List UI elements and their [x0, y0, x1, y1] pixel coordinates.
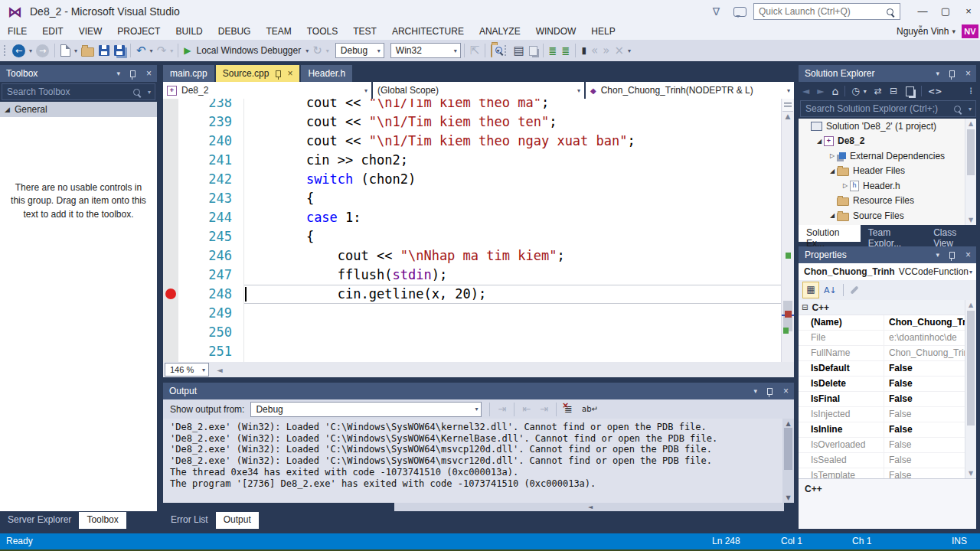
property-row[interactable]: IsFinalFalse	[799, 392, 976, 407]
menu-item-architecture[interactable]: ARCHITECTURE	[384, 24, 472, 39]
collapse-all-icon[interactable]: ⊟	[890, 86, 897, 96]
split-editor-handle[interactable]	[782, 99, 793, 112]
code-line[interactable]: 245 {	[163, 227, 782, 246]
tab-class-view[interactable]: Class View	[926, 225, 980, 242]
menu-item-analyze[interactable]: ANALYZE	[472, 24, 528, 39]
solution-configuration-select[interactable]: Debug ▾	[335, 43, 384, 58]
tree-expander-icon[interactable]: ▷	[841, 182, 850, 189]
navigate-forward-icon[interactable]: →	[36, 44, 49, 57]
breakpoint-dot[interactable]	[165, 289, 176, 299]
scroll-down-icon[interactable]: ▼	[782, 494, 794, 501]
tab-output[interactable]: Output	[216, 512, 259, 529]
clear-all-output-icon[interactable]: ≣	[564, 403, 573, 415]
breakpoint-margin-cell[interactable]	[163, 323, 178, 342]
code-line[interactable]: 251	[163, 342, 782, 361]
pin-icon[interactable]	[276, 70, 281, 77]
scroll-up-icon[interactable]: ▲	[782, 112, 794, 120]
breakpoint-margin-cell[interactable]	[163, 99, 178, 112]
property-row[interactable]: Filee:\doantinhoc\de	[799, 331, 976, 346]
pin-icon[interactable]	[767, 388, 773, 395]
code-line[interactable]: 239 cout << "\n1/Tim kiem theo ten";	[163, 112, 782, 132]
user-name[interactable]: Nguyễn Vinh	[897, 26, 949, 37]
tree-expander-icon[interactable]: ◢	[815, 138, 824, 145]
scrollbar-thumb[interactable]	[784, 428, 792, 470]
scroll-up-icon[interactable]: ▲	[965, 120, 976, 127]
tree-expander-icon[interactable]: ◢	[828, 212, 837, 219]
breakpoint-margin-cell[interactable]	[163, 170, 178, 189]
toolbar-grip[interactable]	[3, 44, 7, 57]
scroll-up-icon[interactable]: ▲	[782, 420, 794, 427]
property-category-row[interactable]: ⊟ C++	[799, 300, 976, 315]
menu-item-tools[interactable]: TOOLS	[299, 24, 345, 39]
find-in-files-icon[interactable]	[491, 45, 492, 57]
output-horizontal-scrollbar[interactable]: ◄	[394, 503, 784, 511]
properties-vertical-scrollbar[interactable]: ▲ ▼	[965, 300, 976, 478]
window-position-icon[interactable]: ▾	[936, 251, 939, 259]
minimize-button[interactable]: —	[911, 2, 934, 21]
close-icon[interactable]: ×	[783, 386, 789, 396]
collapse-icon[interactable]: ⊟	[802, 303, 808, 311]
code-line[interactable]: 240 cout << "\n1/Tim kiem theo ngay xuat…	[163, 132, 782, 151]
property-row[interactable]: IsInjectedFalse	[799, 407, 976, 422]
word-wrap-icon[interactable]: ab↵	[582, 405, 598, 413]
scroll-down-icon[interactable]: ▼	[965, 217, 976, 223]
show-all-files-icon[interactable]	[906, 86, 914, 96]
code-line[interactable]: 249	[163, 304, 782, 323]
property-row[interactable]: IsOverloadedFalse	[799, 438, 976, 453]
code-line[interactable]: 242 switch (chon2)	[163, 170, 782, 189]
close-icon[interactable]: ×	[965, 68, 971, 79]
code-line[interactable]: 241 cin >> chon2;	[163, 151, 782, 170]
scrollbar-thumb[interactable]	[967, 129, 975, 175]
breakpoint-margin-cell[interactable]	[163, 151, 178, 170]
feedback-filter-icon[interactable]: ∇	[713, 5, 720, 18]
chevron-down-icon[interactable]: ▾	[969, 106, 972, 112]
tab-server-explorer[interactable]: Server Explorer	[0, 512, 79, 529]
debug-target-label[interactable]: Local Windows Debugger	[196, 45, 301, 56]
code-line[interactable]: 246 cout << "\nNhap ma tim kiem";	[163, 246, 782, 266]
window-position-icon[interactable]: ▾	[116, 70, 120, 77]
avatar[interactable]: NV	[962, 24, 978, 38]
categorized-view-icon[interactable]: ▦	[802, 282, 819, 298]
property-row[interactable]: IsDefaultFalse	[799, 361, 976, 377]
member-list-icon[interactable]: ▤	[513, 44, 524, 57]
save-all-icon[interactable]	[114, 45, 125, 56]
chevron-down-icon[interactable]: ▾	[148, 89, 151, 96]
menu-item-build[interactable]: BUILD	[168, 24, 210, 39]
property-row[interactable]: IsTemplateFalse	[799, 468, 976, 478]
navigate-backward-icon[interactable]: ←	[12, 44, 25, 57]
breakpoint-margin-cell[interactable]	[163, 342, 178, 361]
menu-item-file[interactable]: FILE	[0, 24, 34, 39]
toolbox-group-header[interactable]: ◢ General	[0, 102, 157, 117]
menu-item-help[interactable]: HELP	[583, 24, 622, 39]
tree-vertical-scrollbar[interactable]: ▲ ▼	[965, 119, 976, 225]
code-line[interactable]: 250	[163, 323, 782, 342]
close-icon[interactable]: ×	[287, 65, 292, 82]
properties-object-select[interactable]: Chon_Chuong_Trinh VCCodeFunction ▾	[799, 263, 976, 280]
save-icon[interactable]	[99, 45, 109, 56]
breakpoint-margin-cell[interactable]	[163, 285, 178, 304]
tab-error-list[interactable]: Error List	[163, 512, 216, 529]
toolbar-grip[interactable]	[504, 44, 508, 57]
pin-icon[interactable]	[949, 252, 955, 259]
comment-lines-icon[interactable]: ≣	[549, 45, 557, 57]
tree-item[interactable]: ▷External Dependencies	[799, 148, 976, 164]
chevron-down-icon[interactable]: ▾	[150, 47, 153, 54]
tab-source-cpp[interactable]: Source.cpp ×	[216, 65, 300, 82]
new-file-icon[interactable]	[60, 44, 70, 57]
scroll-up-icon[interactable]: ▲	[965, 302, 976, 308]
code-line[interactable]: 243 {	[163, 189, 782, 208]
code-line[interactable]: 238 cout << "\n1/Tim kiem theo ma";	[163, 99, 782, 112]
breakpoint-margin-cell[interactable]	[163, 208, 178, 227]
chevron-down-icon[interactable]: ▾	[864, 88, 867, 95]
start-debugging-icon[interactable]: ▶	[184, 45, 191, 56]
window-position-icon[interactable]: ▾	[936, 70, 939, 77]
close-icon[interactable]: ×	[965, 249, 971, 260]
tree-item[interactable]: Solution 'De8_2' (1 project)	[799, 119, 976, 134]
toolbox-search-input[interactable]	[2, 86, 133, 97]
project-select[interactable]: + De8_2 ▾	[163, 82, 371, 99]
breakpoint-margin-cell[interactable]	[163, 189, 178, 208]
sync-with-active-document-icon[interactable]: ⇄	[874, 86, 882, 96]
window-position-icon[interactable]: ▾	[753, 387, 757, 395]
tree-item[interactable]: ▷hHeader.h	[799, 178, 976, 194]
breakpoint-margin-cell[interactable]	[163, 246, 178, 266]
